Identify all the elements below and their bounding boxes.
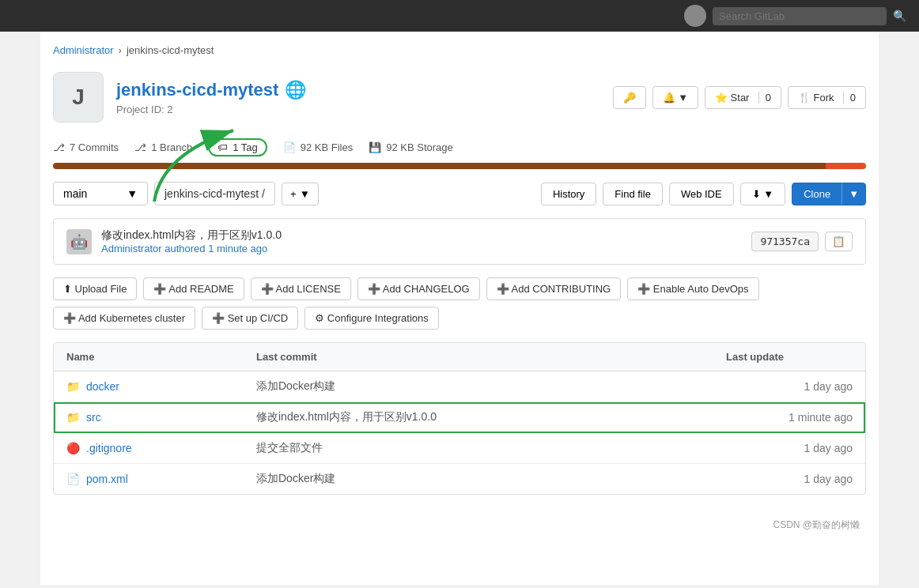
commit-hash: 971357ca [751, 232, 819, 251]
setup-cicd-button[interactable]: ➕ Set up CI/CD [202, 307, 298, 330]
top-navigation-bar: 🔍 [0, 0, 919, 32]
folder-icon: 📁 [66, 380, 80, 393]
configure-integrations-button[interactable]: ⚙ Configure Integrations [304, 307, 439, 330]
branch-selector[interactable]: main ▼ [53, 182, 148, 205]
files-stat[interactable]: 📄 92 KB Files [283, 141, 353, 153]
file-name-docker[interactable]: 📁 docker [66, 380, 256, 393]
commit-avatar: 🤖 [66, 229, 92, 254]
file-table-header: Name Last commit Last update [54, 343, 865, 371]
file-name-pomxml[interactable]: 📄 pom.xml [66, 473, 256, 485]
chevron-down-icon: ▼ [127, 187, 138, 200]
project-avatar: J [53, 72, 104, 122]
breadcrumb: Administrator › jenkins-cicd-mytest [53, 44, 866, 56]
clone-label: Clone [792, 183, 841, 205]
col-name-header: Name [66, 351, 256, 363]
branches-count: 1 Branch [151, 141, 192, 153]
stats-bar: ⎇ 7 Commits ⎇ 1 Branch 🏷 1 Tag 📄 92 KB F… [53, 138, 866, 156]
commit-authored-label: authored [165, 243, 208, 254]
project-name: jenkins-cicd-mytest [116, 80, 278, 100]
project-identity: J jenkins-cicd-mytest 🌐 Project ID: 2 [53, 72, 306, 122]
file-name-src[interactable]: 📁 src [66, 411, 256, 424]
files-count: 92 KB Files [301, 141, 353, 153]
file-commit-gitignore: 提交全部文件 [256, 441, 726, 455]
download-button[interactable]: ⬇ ▼ [740, 183, 785, 205]
commit-right: 971357ca 📋 [751, 232, 853, 251]
commit-author-line: Administrator authored 1 minute ago [101, 243, 282, 254]
avatar-placeholder [684, 5, 706, 27]
commit-message: 修改index.html内容，用于区别v1.0.0 [101, 228, 282, 243]
add-license-button[interactable]: ➕ Add LICENSE [251, 277, 351, 300]
repo-path: jenkins-cicd-mytest / [154, 182, 275, 205]
project-actions: 🔑 🔔 ▼ ⭐ Star 0 🍴 Fork 0 [613, 86, 866, 109]
breadcrumb-separator: › [119, 44, 122, 56]
clone-button[interactable]: Clone ▼ [792, 183, 866, 205]
project-id: Project ID: 2 [116, 104, 306, 115]
file-date-src: 1 minute ago [726, 411, 853, 424]
branches-stat[interactable]: ⎇ 1 Branch [134, 141, 192, 153]
star-count: 0 [758, 92, 771, 104]
copy-hash-button[interactable]: 📋 [825, 232, 853, 251]
col-commit-header: Last commit [256, 351, 726, 363]
folder-icon: 📁 [66, 411, 80, 424]
storage-icon: 💾 [369, 141, 381, 153]
path-separator: / [262, 187, 265, 200]
storage-stat[interactable]: 💾 92 KB Storage [369, 141, 453, 153]
gitignore-icon: 🔴 [66, 442, 80, 454]
main-content: Administrator › jenkins-cicd-mytest J je… [40, 32, 879, 585]
commits-icon: ⎇ [53, 141, 65, 153]
breadcrumb-parent[interactable]: Administrator [53, 44, 114, 56]
plus-icon: + [290, 188, 297, 200]
table-row: 📄 pom.xml 添加Docker构建 1 day ago [54, 464, 865, 494]
branches-icon: ⎇ [134, 141, 146, 153]
repo-name-path: jenkins-cicd-mytest [165, 187, 259, 200]
add-contributing-button[interactable]: ➕ Add CONTRIBUTING [486, 277, 622, 300]
file-table: Name Last commit Last update 📁 docker 添加… [53, 342, 866, 495]
xml-icon: 📄 [66, 473, 80, 485]
project-header: J jenkins-cicd-mytest 🌐 Project ID: 2 🔑 … [53, 72, 866, 122]
commit-left: 🤖 修改index.html内容，用于区别v1.0.0 Administrato… [66, 228, 282, 254]
commit-details: 修改index.html内容，用于区别v1.0.0 Administrator … [101, 228, 282, 254]
add-readme-button[interactable]: ➕ Add README [143, 277, 244, 300]
fork-count: 0 [843, 92, 856, 104]
add-file-button[interactable]: + ▼ [282, 183, 319, 205]
search-icon: 🔍 [893, 9, 906, 22]
enable-auto-devops-button[interactable]: ➕ Enable Auto DevOps [627, 277, 758, 300]
file-date-gitignore: 1 day ago [726, 442, 853, 454]
commit-author-name[interactable]: Administrator [101, 243, 162, 254]
tags-count: 1 Tag [233, 141, 258, 153]
globe-icon: 🌐 [285, 80, 306, 100]
table-row: 🔴 .gitignore 提交全部文件 1 day ago [54, 433, 865, 464]
clone-dropdown-icon[interactable]: ▼ [841, 183, 865, 205]
repo-controls: main ▼ jenkins-cicd-mytest / + ▼ History… [53, 182, 866, 205]
fork-button[interactable]: 🍴 Fork 0 [788, 86, 866, 109]
tags-stat[interactable]: 🏷 1 Tag [208, 138, 267, 156]
commit-info-bar: 🤖 修改index.html内容，用于区别v1.0.0 Administrato… [53, 218, 866, 265]
web-ide-button[interactable]: Web IDE [669, 183, 734, 205]
action-buttons-secondary: ➕ Add Kubernetes cluster ➕ Set up CI/CD … [53, 307, 866, 330]
language-bar [53, 163, 866, 169]
search-input[interactable] [713, 7, 887, 25]
history-button[interactable]: History [541, 183, 596, 205]
files-icon: 📄 [283, 141, 296, 153]
commit-time: 1 minute ago [208, 243, 267, 254]
col-date-header: Last update [726, 351, 853, 363]
find-file-button[interactable]: Find file [603, 183, 663, 205]
file-commit-src: 修改index.html内容，用于区别v1.0.0 [256, 410, 726, 424]
file-name-gitignore[interactable]: 🔴 .gitignore [66, 442, 256, 454]
table-row: 📁 src 修改index.html内容，用于区别v1.0.0 1 minute… [54, 402, 865, 433]
chevron-down-icon: ▼ [300, 188, 310, 200]
commits-stat[interactable]: ⎇ 7 Commits [53, 141, 119, 153]
storage-size: 92 KB Storage [386, 141, 453, 153]
add-changelog-button[interactable]: ➕ Add CHANGELOG [357, 277, 480, 300]
settings-button[interactable]: 🔑 [613, 86, 646, 109]
notifications-button[interactable]: 🔔 ▼ [652, 86, 698, 109]
star-button[interactable]: ⭐ Star 0 [705, 86, 781, 109]
project-info: jenkins-cicd-mytest 🌐 Project ID: 2 [116, 80, 306, 115]
tags-icon: 🏷 [217, 141, 228, 153]
file-date-docker: 1 day ago [726, 380, 853, 393]
table-row: 📁 docker 添加Docker构建 1 day ago [54, 371, 865, 402]
upload-file-button[interactable]: ⬆ Upload File [53, 277, 137, 300]
commits-count: 7 Commits [70, 141, 119, 153]
file-commit-docker: 添加Docker构建 [256, 379, 726, 394]
add-kubernetes-button[interactable]: ➕ Add Kubernetes cluster [53, 307, 195, 330]
